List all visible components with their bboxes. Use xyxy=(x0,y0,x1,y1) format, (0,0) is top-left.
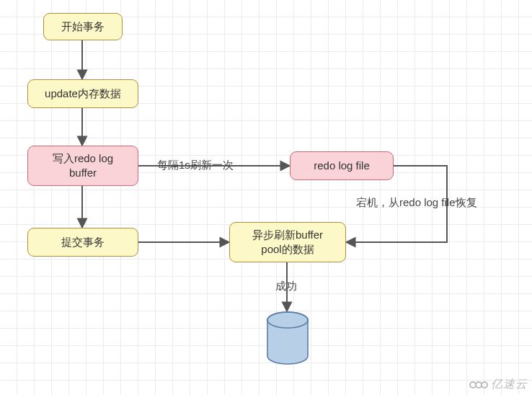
node-redo-buffer: 写入redo log buffer xyxy=(27,146,138,186)
node-commit: 提交事务 xyxy=(27,228,138,257)
node-start: 开始事务 xyxy=(43,13,123,40)
watermark: 亿速云 xyxy=(469,377,528,392)
node-redo-file: redo log file xyxy=(290,151,394,180)
node-update: update内存数据 xyxy=(27,79,138,108)
edge-label-success: 成功 xyxy=(275,280,297,293)
diagram-canvas: 开始事务 update内存数据 写入redo log buffer 提交事务 r… xyxy=(0,0,532,395)
watermark-cloud-icon xyxy=(469,379,488,391)
edge-label-crash-recover: 宕机，从redo log file恢复 xyxy=(356,196,477,210)
node-async-flush: 异步刷新buffer pool的数据 xyxy=(229,222,346,262)
watermark-text: 亿速云 xyxy=(491,377,528,392)
node-db-cylinder xyxy=(265,311,310,368)
edge-label-refresh-1s: 每隔1s刷新一次 xyxy=(157,159,234,172)
